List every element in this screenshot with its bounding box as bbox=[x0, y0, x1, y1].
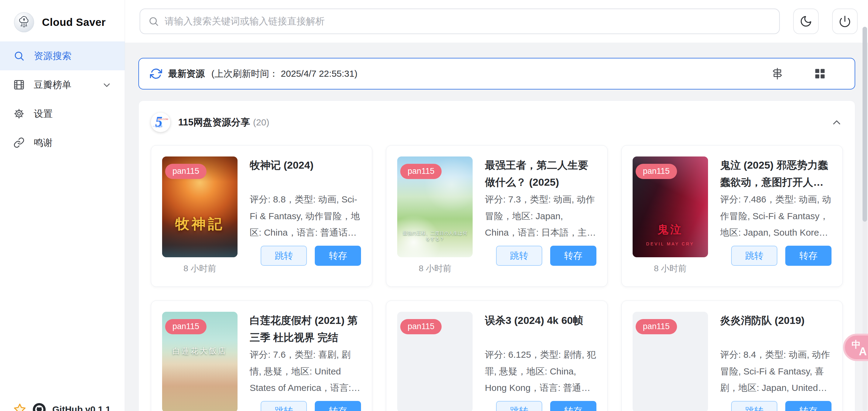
power-icon bbox=[838, 15, 851, 28]
card-info-column: 牧神记 (2024) 评分: 8.8，类型: 动画, Sci-Fi & Fant… bbox=[250, 156, 361, 273]
pan115-section: 5 115.COM 一生相伴 115网盘资源分享 (20) 牧神記 pan115… bbox=[138, 100, 855, 411]
search-box bbox=[140, 8, 780, 34]
card-title: 白莲花度假村 (2021) 第三季 杜比视界 完结 bbox=[250, 312, 361, 346]
card-info-column: 鬼泣 (2025) 邪恶势力蠢蠢欲动，意图打开人类与恶... 评分: 7.486… bbox=[720, 156, 832, 273]
poster-title-text: 鬼泣 bbox=[632, 222, 708, 237]
sidebar-item-settings[interactable]: 设置 bbox=[0, 99, 125, 128]
115-logo-icon: 5 115.COM 一生相伴 bbox=[151, 113, 170, 132]
poster-image[interactable]: pan115 bbox=[397, 312, 473, 411]
resource-card: 鬼泣 DEVIL MAY CRY pan115 8 小时前 鬼泣 (2025) … bbox=[621, 145, 843, 287]
sidebar-item-resource-search[interactable]: 资源搜索 bbox=[0, 41, 125, 70]
resource-card: 牧神記 pan115 8 小时前 牧神记 (2024) 评分: 8.8，类型: … bbox=[151, 145, 372, 287]
section-count: (20) bbox=[253, 117, 269, 127]
star-icon bbox=[13, 403, 26, 411]
refresh-bar-actions bbox=[771, 67, 844, 80]
card-poster-column: pan115 bbox=[397, 312, 473, 411]
jump-button[interactable]: 跳转 bbox=[731, 246, 777, 266]
card-poster-column: 白蓮花大飯店 pan115 bbox=[162, 312, 238, 411]
card-info-column: 白莲花度假村 (2021) 第三季 杜比视界 完结 评分: 7.6，类型: 喜剧… bbox=[250, 312, 361, 411]
chevron-up-icon[interactable] bbox=[831, 116, 843, 128]
pan115-badge: pan115 bbox=[400, 164, 442, 179]
save-button[interactable]: 转存 bbox=[550, 401, 596, 411]
resource-card: 最強の王様、二度目の人生は何をする？ pan115 8 小时前 最强王者，第二人… bbox=[386, 145, 607, 287]
card-title: 最强王者，第二人生要做什么？ (2025) bbox=[485, 156, 596, 190]
card-description: 评分: 8.8，类型: 动画, Sci-Fi & Fantasy, 动作冒险，地… bbox=[250, 191, 361, 241]
link-icon bbox=[13, 137, 25, 148]
115-logo-micro-bottom: 一生相伴 bbox=[153, 125, 162, 128]
card-description: 评分: 7.486，类型: 动画, 动作冒险, Sci-Fi & Fantasy… bbox=[720, 191, 832, 241]
poster-image[interactable]: 牧神記 pan115 bbox=[162, 156, 238, 257]
card-description: 评分: 7.6，类型: 喜剧, 剧情, 悬疑，地区: United States… bbox=[250, 347, 361, 397]
card-timestamp: 8 小时前 bbox=[162, 263, 238, 274]
power-button[interactable] bbox=[832, 8, 858, 34]
translate-icon-letter: A bbox=[859, 345, 867, 358]
chevron-down-icon bbox=[101, 80, 112, 90]
card-timestamp: 8 小时前 bbox=[397, 263, 473, 274]
pan115-badge: pan115 bbox=[165, 164, 207, 179]
topbar bbox=[125, 0, 868, 42]
card-poster-column: pan115 bbox=[632, 312, 708, 411]
latest-resources-label: 最新资源 bbox=[168, 67, 205, 80]
card-description: 评分: 7.3，类型: 动画, 动作冒险，地区: Japan, China，语言… bbox=[485, 191, 596, 241]
pan115-badge: pan115 bbox=[400, 319, 442, 334]
jump-button[interactable]: 跳转 bbox=[496, 401, 542, 411]
card-title: 牧神记 (2024) bbox=[250, 156, 361, 190]
poster-image[interactable]: pan115 bbox=[632, 312, 708, 411]
signpost-navigate-button[interactable] bbox=[771, 67, 784, 80]
card-description: 评分: 8.4，类型: 动画, 动作冒险, Sci-Fi & Fantasy, … bbox=[720, 347, 832, 397]
card-poster-column: 鬼泣 DEVIL MAY CRY pan115 8 小时前 bbox=[632, 156, 708, 275]
moon-icon bbox=[800, 15, 812, 28]
gear-icon bbox=[13, 108, 25, 119]
sidebar-item-label: 设置 bbox=[34, 108, 53, 120]
card-grid: 牧神記 pan115 8 小时前 牧神记 (2024) 评分: 8.8，类型: … bbox=[139, 145, 855, 411]
115-logo-micro-top: 115.COM bbox=[158, 118, 168, 121]
jump-button[interactable]: 跳转 bbox=[261, 246, 307, 266]
poster-title-text: 白蓮花大飯店 bbox=[162, 346, 238, 356]
save-button[interactable]: 转存 bbox=[315, 401, 361, 411]
save-button[interactable]: 转存 bbox=[785, 401, 832, 411]
sidebar-menu: 资源搜索 豆瓣榜单 设置 鸣谢 bbox=[0, 41, 125, 157]
refresh-bar[interactable]: 最新资源 (上次刷新时间： 2025/4/7 22:55:31) bbox=[138, 58, 855, 89]
github-version-label: GitHub v0.1.1 bbox=[52, 404, 111, 411]
card-info-column: 炎炎消防队 (2019) 评分: 8.4，类型: 动画, 动作冒险, Sci-F… bbox=[720, 312, 832, 411]
poster-image[interactable]: 白蓮花大飯店 pan115 bbox=[162, 312, 238, 411]
github-footer-link[interactable]: GitHub v0.1.1 bbox=[13, 403, 111, 411]
card-actions: 跳转 转存 bbox=[485, 401, 596, 411]
translate-floating-button[interactable]: 中 A bbox=[843, 334, 868, 361]
save-button[interactable]: 转存 bbox=[315, 246, 361, 266]
card-info-column: 误杀3 (2024) 4k 60帧 评分: 6.125，类型: 剧情, 犯罪, … bbox=[485, 312, 596, 411]
sidebar-item-credits[interactable]: 鸣谢 bbox=[0, 128, 125, 157]
card-info-column: 最强王者，第二人生要做什么？ (2025) 评分: 7.3，类型: 动画, 动作… bbox=[485, 156, 596, 273]
jump-button[interactable]: 跳转 bbox=[731, 401, 777, 411]
card-title: 炎炎消防队 (2019) bbox=[720, 312, 832, 346]
grid-view-button[interactable] bbox=[813, 67, 827, 80]
refresh-icon bbox=[150, 67, 162, 80]
poster-image[interactable]: 最強の王様、二度目の人生は何をする？ pan115 bbox=[397, 156, 473, 257]
save-button[interactable]: 转存 bbox=[785, 246, 832, 266]
jump-button[interactable]: 跳转 bbox=[496, 246, 542, 266]
main-area: 最新资源 (上次刷新时间： 2025/4/7 22:55:31) 5 bbox=[125, 0, 868, 411]
pan115-badge: pan115 bbox=[165, 319, 207, 334]
section-title: 115网盘资源分享 bbox=[178, 116, 250, 129]
sidebar: Cloud Saver 资源搜索 豆瓣榜单 设置 bbox=[0, 0, 125, 411]
jump-button[interactable]: 跳转 bbox=[261, 401, 307, 411]
dark-mode-button[interactable] bbox=[793, 8, 819, 34]
card-title: 误杀3 (2024) 4k 60帧 bbox=[485, 312, 596, 346]
scrollbar-thumb[interactable] bbox=[863, 27, 867, 222]
poster-image[interactable]: 鬼泣 DEVIL MAY CRY pan115 bbox=[632, 156, 708, 257]
search-input[interactable] bbox=[164, 16, 771, 27]
resource-card: pan115 误杀3 (2024) 4k 60帧 评分: 6.125，类型: 剧… bbox=[386, 300, 607, 411]
film-icon bbox=[13, 79, 25, 90]
resource-card: pan115 炎炎消防队 (2019) 评分: 8.4，类型: 动画, 动作冒险… bbox=[621, 300, 843, 411]
sidebar-item-douban-list[interactable]: 豆瓣榜单 bbox=[0, 70, 125, 99]
card-description: 评分: 6.125，类型: 剧情, 犯罪, 悬疑，地区: China, Hong… bbox=[485, 347, 596, 397]
sidebar-item-label: 资源搜索 bbox=[34, 50, 71, 62]
card-actions: 跳转 转存 bbox=[485, 246, 596, 266]
resource-card: 白蓮花大飯店 pan115 白莲花度假村 (2021) 第三季 杜比视界 完结 … bbox=[151, 300, 372, 411]
search-icon bbox=[148, 16, 159, 27]
section-header: 5 115.COM 一生相伴 115网盘资源分享 (20) bbox=[139, 106, 855, 139]
card-actions: 跳转 转存 bbox=[720, 401, 832, 411]
save-button[interactable]: 转存 bbox=[550, 246, 596, 266]
github-icon bbox=[32, 403, 46, 411]
last-refresh-time: (上次刷新时间： 2025/4/7 22:55:31) bbox=[211, 67, 358, 80]
